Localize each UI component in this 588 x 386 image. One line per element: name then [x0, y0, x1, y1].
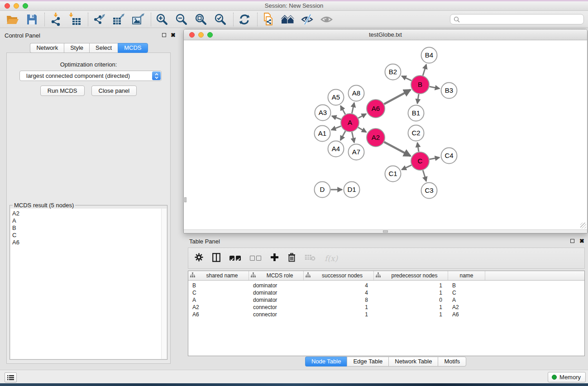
network-canvas[interactable]: AA1A2A3A4A5A6A7A8BB1B2B3B4CC1C2C3C4DD1 [184, 41, 587, 229]
mcds-result-item[interactable]: B [12, 224, 167, 232]
toggle-panel-columns-icon[interactable] [212, 253, 220, 264]
mcds-result-item[interactable]: A2 [12, 210, 167, 217]
graph-node-A[interactable]: A [341, 114, 359, 132]
network-close-button[interactable] [189, 32, 195, 38]
graph-node-C3[interactable]: C3 [421, 183, 437, 199]
tab-motifs[interactable]: Motifs [438, 357, 466, 367]
column-header-mcds-role[interactable]: MCDS role [249, 271, 304, 280]
close-panel-button[interactable]: Close panel [91, 86, 137, 96]
export-network-icon[interactable] [91, 12, 107, 27]
tab-node-table[interactable]: Node Table [305, 357, 347, 367]
tab-style[interactable]: Style [64, 43, 89, 53]
float-panel-icon[interactable] [162, 33, 166, 37]
table-row[interactable]: A2connector11A2 [188, 304, 584, 311]
graph-node-A1[interactable]: A1 [315, 126, 330, 142]
zoom-window-button[interactable] [23, 3, 28, 9]
graph-node-A3[interactable]: A3 [315, 105, 331, 121]
settings-gear-icon[interactable] [195, 253, 203, 263]
close-panel-icon[interactable]: ✖ [171, 32, 176, 38]
graph-node-B[interactable]: B [411, 76, 429, 94]
memory-button[interactable]: Memory [548, 372, 586, 382]
delete-column-icon[interactable] [288, 253, 296, 264]
table-row[interactable]: Adominator80A [188, 296, 584, 304]
graph-node-C[interactable]: C [411, 152, 429, 170]
clone-network-icon[interactable] [261, 12, 276, 27]
mcds-result-list[interactable]: A2ABCA6 [10, 209, 167, 359]
graph-node-C4[interactable]: C4 [441, 148, 457, 164]
criterion-dropdown[interactable]: largest connected component (directed) [19, 71, 162, 81]
close-table-panel-icon[interactable]: ✖ [579, 238, 584, 244]
graph-node-A8[interactable]: A8 [349, 86, 364, 101]
deselect-all-icon[interactable] [250, 256, 261, 261]
graph-node-A2[interactable]: A2 [367, 129, 385, 147]
refresh-icon[interactable] [237, 12, 252, 27]
mcds-result-item[interactable]: A [12, 217, 167, 224]
graph-edge-A-A8[interactable] [352, 103, 354, 114]
graph-edge-A-A5[interactable] [340, 106, 345, 114]
graph-edge-C-C2[interactable] [417, 143, 419, 152]
graph-node-C1[interactable]: C1 [385, 166, 401, 182]
column-header-successor-nodes[interactable]: successor nodes [304, 271, 374, 280]
network-minimize-button[interactable] [198, 32, 204, 38]
graph-edge-C-C1[interactable] [402, 165, 412, 170]
network-vertical-scrollbar-thumb[interactable] [184, 197, 186, 202]
import-network-icon[interactable] [48, 12, 63, 27]
import-table-icon[interactable] [67, 12, 83, 27]
graph-edge-A6-B[interactable] [384, 90, 411, 104]
graph-node-B4[interactable]: B4 [421, 48, 437, 63]
graph-node-A5[interactable]: A5 [328, 90, 344, 105]
hide-graphics-details-icon[interactable] [300, 12, 315, 27]
show-graphics-details-icon[interactable] [319, 12, 335, 27]
network-zoom-button[interactable] [207, 32, 213, 38]
search-field[interactable] [450, 14, 584, 24]
network-horizontal-scrollbar-thumb[interactable] [383, 230, 388, 233]
graph-node-B1[interactable]: B1 [408, 105, 424, 121]
mcds-result-item[interactable]: C [12, 232, 167, 239]
search-input[interactable] [462, 15, 583, 24]
tab-select[interactable]: Select [89, 43, 118, 53]
select-all-icon[interactable] [229, 256, 241, 261]
graph-edge-A-A3[interactable] [332, 116, 341, 119]
zoom-fit-icon[interactable] [193, 12, 209, 27]
close-window-button[interactable] [5, 3, 10, 9]
graph-node-A6[interactable]: A6 [367, 100, 385, 118]
table-row[interactable]: Bdominator41B [188, 282, 584, 289]
open-file-icon[interactable] [5, 12, 20, 27]
column-header-shared-name[interactable]: shared name [188, 271, 249, 280]
table-row[interactable]: A6connector11A6 [188, 311, 584, 318]
graph-node-A4[interactable]: A4 [328, 141, 344, 157]
column-header-name[interactable]: name [448, 271, 485, 280]
show-panels-list-button[interactable] [5, 372, 17, 382]
graph-edge-B-B4[interactable] [423, 65, 426, 76]
graph-node-C2[interactable]: C2 [408, 125, 424, 141]
graph-node-B2[interactable]: B2 [385, 64, 401, 80]
graph-edge-C-C4[interactable] [430, 157, 440, 159]
export-image-icon[interactable] [130, 12, 146, 27]
graph-node-D1[interactable]: D1 [344, 182, 360, 198]
tab-network[interactable]: Network [30, 43, 64, 53]
zoom-in-icon[interactable] [154, 12, 170, 27]
zoom-out-icon[interactable] [174, 12, 189, 27]
export-table-icon[interactable] [111, 12, 126, 27]
show-all-networks-icon[interactable] [280, 12, 296, 27]
tab-edge-table[interactable]: Edge Table [347, 357, 388, 367]
float-table-panel-icon[interactable] [570, 239, 574, 243]
tab-network-table[interactable]: Network Table [388, 357, 438, 367]
tab-mcds[interactable]: MCDS [118, 43, 148, 53]
graph-edge-A-A4[interactable] [340, 131, 345, 141]
mcds-result-item[interactable]: A6 [12, 239, 167, 246]
add-column-icon[interactable] [270, 253, 279, 263]
column-header-predecessor-nodes[interactable]: predecessor nodes [374, 271, 448, 280]
main-titlebar[interactable]: Session: New Session [0, 1, 588, 11]
graph-node-D[interactable]: D [315, 182, 330, 198]
network-window-titlebar[interactable]: testGlobe.txt [184, 29, 587, 40]
graph-edge-C-C3[interactable] [423, 170, 426, 181]
minimize-window-button[interactable] [14, 3, 19, 9]
graph-edge-B-B1[interactable] [417, 94, 419, 104]
zoom-selected-icon[interactable] [213, 12, 228, 27]
graph-edge-A-A7[interactable] [352, 132, 354, 143]
graph-node-A7[interactable]: A7 [349, 144, 364, 160]
graph-node-B3[interactable]: B3 [441, 83, 457, 99]
network-horizontal-scrollbar[interactable] [184, 229, 587, 233]
graph-edge-B-B3[interactable] [430, 86, 440, 89]
